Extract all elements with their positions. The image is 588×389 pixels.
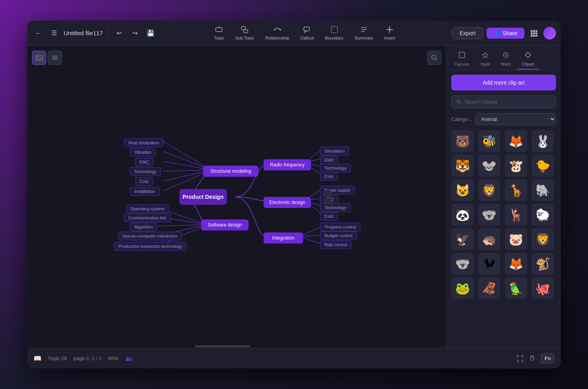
node-structural[interactable]: Structural modeling (203, 166, 258, 177)
tool-topic[interactable]: Topic (209, 24, 229, 42)
canvas-scrollbar[interactable] (27, 345, 446, 348)
mouse-mode-button[interactable] (528, 355, 536, 363)
clipart-item[interactable]: 🦜 (505, 277, 527, 299)
fullscreen-button[interactable] (516, 355, 524, 362)
node-electronic[interactable]: Electronic design (264, 197, 311, 208)
style-tab-icon (482, 51, 489, 60)
clipart-item[interactable]: 🐒 (531, 253, 554, 275)
node-install[interactable]: Installation (130, 187, 160, 196)
node-tech3[interactable]: Technology (320, 203, 351, 212)
tool-boundary[interactable]: Boundary (320, 24, 348, 42)
category-select[interactable]: Animal Nature Food Travel Business Peopl… (475, 113, 556, 125)
clipart-item[interactable]: 🐘 (531, 179, 554, 201)
zoom-level[interactable]: 60% (108, 355, 118, 361)
node-heat[interactable]: Heat dissipation (124, 138, 164, 147)
tab-canvas[interactable]: Canvas (450, 49, 474, 70)
redo-button[interactable]: ↪ (128, 27, 141, 40)
canvas-search-button[interactable] (427, 51, 441, 65)
node-tech1[interactable]: Technology (130, 167, 161, 176)
node-algo[interactable]: Algorithm (130, 223, 157, 231)
node-cost2[interactable]: Cost (320, 172, 338, 181)
node-risk[interactable]: Risk control (320, 240, 351, 249)
back-button[interactable]: ← (32, 27, 45, 40)
node-integration[interactable]: Integration (264, 232, 303, 244)
grid-button[interactable] (528, 27, 540, 40)
clipart-item[interactable]: 🐯 (451, 155, 473, 177)
clipart-item[interactable]: 🐿 (478, 253, 500, 275)
clipart-item[interactable]: 🐷 (505, 228, 527, 250)
book-icon: 📖 (34, 355, 41, 362)
node-pit[interactable]: Production inspection technology (114, 242, 187, 251)
book-icon-item[interactable]: 📖 (34, 355, 41, 362)
fn-label: Fn (545, 355, 551, 361)
node-hci[interactable]: Human-computer interaction (118, 232, 182, 240)
node-software[interactable]: Software design (201, 219, 249, 230)
canvas-view-list[interactable] (48, 51, 62, 65)
clipart-item[interactable]: 🦒 (505, 179, 527, 201)
tab-clipart[interactable]: Clipart (517, 49, 539, 70)
node-sim[interactable]: Simulation (320, 147, 349, 155)
clipart-item[interactable]: 🦁 (531, 228, 554, 250)
clipart-item[interactable]: 😺 (451, 179, 473, 201)
clipart-item[interactable]: 🦧 (478, 277, 500, 299)
panel-collapse-button[interactable]: › (324, 190, 332, 204)
clipart-item[interactable]: 🐨 (451, 253, 473, 275)
clipart-item[interactable]: 🐨 (478, 204, 500, 226)
clipart-item[interactable]: 🦊 (505, 253, 527, 275)
clipart-item[interactable]: 🐼 (451, 204, 473, 226)
node-tech2[interactable]: Technology (320, 164, 351, 172)
clipart-item[interactable]: 🐮 (505, 155, 527, 177)
menu-icon: ☰ (51, 29, 57, 37)
svg-line-59 (460, 102, 461, 104)
fn-button[interactable]: Fn (541, 353, 554, 363)
export-button[interactable]: Export (452, 27, 483, 39)
add-clipart-button[interactable]: Add more clip art (451, 75, 556, 91)
node-cost3[interactable]: Cost (320, 212, 338, 221)
clipart-item[interactable]: 🐸 (451, 277, 473, 299)
share-button[interactable]: 👤 Share (486, 28, 524, 39)
save-button[interactable]: 💾 (144, 27, 157, 40)
node-emc1[interactable]: EMC (135, 158, 153, 166)
node-comm[interactable]: Communication link (124, 213, 171, 222)
category-label: Catego... (451, 116, 472, 122)
canvas-view-thumb[interactable] (32, 51, 46, 65)
undo-button[interactable]: ↩ (113, 27, 125, 40)
tab-mark[interactable]: Mark (496, 49, 515, 70)
main-node[interactable]: Product Design (179, 189, 227, 205)
clipart-item[interactable]: 🦌 (505, 204, 527, 226)
svg-rect-26 (37, 59, 41, 59)
clipart-item[interactable]: 🐤 (531, 155, 554, 177)
share-label: Share (503, 30, 517, 36)
canvas-area[interactable]: Product Design Structural modeling Softw… (27, 46, 446, 348)
tool-subtopic[interactable]: Sub Topic (230, 24, 259, 42)
tool-insert[interactable]: Insert (379, 24, 400, 42)
svg-rect-7 (331, 26, 337, 33)
logo-item (124, 355, 134, 362)
node-os[interactable]: Operating system (126, 204, 169, 213)
node-radio[interactable]: Radio frequency (264, 159, 311, 170)
node-vibration[interactable]: Vibration (130, 148, 156, 157)
clipart-item[interactable]: 🦅 (451, 228, 473, 250)
clipart-item[interactable]: 🐻 (451, 130, 473, 152)
clipart-item[interactable]: 🦊 (505, 130, 527, 152)
node-budget[interactable]: Budget control (320, 231, 357, 240)
tool-callout[interactable]: Callout (296, 24, 318, 42)
node-emc2[interactable]: EMC (320, 156, 338, 164)
tool-relationship[interactable]: Relationship (260, 24, 294, 42)
clipart-item[interactable]: 🐰 (531, 130, 554, 152)
clipart-item[interactable]: 🦔 (478, 228, 500, 250)
clipart-item[interactable]: 🐭 (478, 155, 500, 177)
clipart-item[interactable]: 🐑 (531, 204, 554, 226)
clipart-item[interactable]: 🐝 (478, 130, 500, 152)
user-avatar[interactable] (543, 27, 556, 40)
tab-style[interactable]: Style (475, 49, 494, 70)
clipart-item[interactable]: 🐙 (531, 277, 554, 299)
node-cost1[interactable]: Cost (135, 177, 153, 186)
clipart-item[interactable]: 🦁 (478, 179, 500, 201)
tool-summary[interactable]: Summary (350, 24, 378, 42)
node-progress[interactable]: Progress control (320, 223, 360, 231)
page-label: page-1 (73, 355, 89, 361)
search-input[interactable] (465, 99, 551, 105)
status-right: Fn (516, 353, 554, 363)
menu-button[interactable]: ☰ (48, 27, 60, 40)
